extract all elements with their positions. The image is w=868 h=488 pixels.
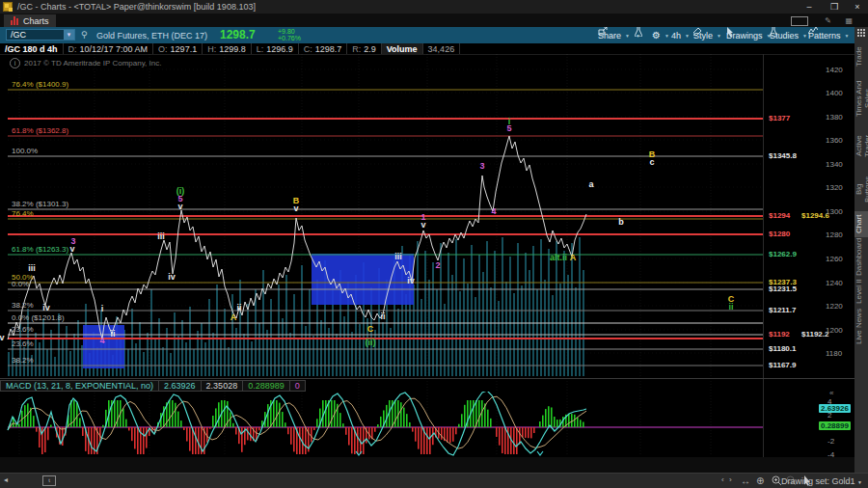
restore-button[interactable]: ❒ [826,1,843,13]
axis-divider [763,54,764,457]
share-button[interactable]: Share▼ [598,27,630,43]
pencil-icon[interactable]: ✎ [825,16,831,25]
drawing-set-selector[interactable]: Drawing set: Gold1 ▼ [781,476,862,486]
macd-header[interactable]: MACD (13, 21, 8, EXPONENTIAL, no)2.63926… [0,380,306,392]
copyright-text: 2017 © TD Ameritrade IP Company, Inc. [24,59,161,68]
price-axis-tick: 1240 [826,279,843,287]
style-button[interactable]: Style▼ [693,27,721,43]
sidebar-tab-times-and-sales[interactable]: Times And Sales [854,75,868,122]
fit-width-icon[interactable]: ↔ [741,475,750,486]
scroll-left-icon[interactable]: ◂ [4,475,8,484]
fib-level-label: 76.4% ($1400.9) [12,80,68,89]
drawings-button[interactable]: Drawings▼ [726,27,771,43]
fib-level-label: 38.2% ($1301.3) [12,200,68,208]
wave-label-ii: ii [728,302,733,312]
link-icon[interactable]: ⚲ [81,30,88,40]
wave-label-ii: ii [380,312,385,321]
timeframe-button[interactable]: 4h▼ [671,27,690,43]
style-label: Style [693,31,713,41]
grid-icon[interactable]: ▦ [845,16,853,25]
change-pct: +0.76% [278,35,301,41]
macd-study-label[interactable]: MACD (13, 21, 8, EXPONENTIAL, no) [0,380,159,392]
sidebar-tab-level-ii[interactable]: Level II [854,279,868,305]
sidebar-tab-dashboard[interactable]: Dashboard [854,240,868,276]
price-level-label: $1167.9 [769,361,796,369]
last-price: 1298.7 [220,28,256,41]
price-level-label: $1280 [769,230,790,238]
wave-label-i: i [101,304,104,313]
settings-button[interactable]: ⚙▼ [652,27,669,43]
fib-level-label: 100.0% [12,147,38,155]
studies-label: Studies [770,31,799,41]
tab-charts-label: Charts [23,16,49,26]
symbol-dropdown-caret[interactable]: ▼ [64,30,74,40]
ohlc-field-c: C:1298.7 [299,43,348,54]
macd-value-1: 2.63926 [159,380,202,392]
crosshair-icon[interactable]: ⊕ [756,475,764,486]
patterns-button[interactable]: Patterns▼ [808,27,849,43]
app-icon [3,2,13,12]
wave-label-3: 3 [479,161,484,171]
wave-label-C: C [367,324,374,334]
wave-label-v: v [69,244,74,254]
sidebar-tab-trade[interactable]: Trade [854,44,868,69]
macd-axis-tick: -2 [827,437,834,446]
fib-level-label: 23.6% [12,325,34,334]
wave-label-ii: ii [110,329,115,339]
symbol-toolbar: /GC ▼ ⚲ Gold Futures, ETH (DEC 17) 1298.… [0,27,854,43]
sidebar-tab-live-news[interactable]: Live News [854,309,868,344]
change-abs: +9.80 [278,28,301,35]
price-level-label: $1345.8 [769,151,797,160]
symbol-value: /GC [11,30,26,40]
wave-label-5: 5 [506,123,511,133]
wave-label-v: v [293,203,298,213]
ohlc-field-h: H:1299.8 [203,43,252,54]
flask-button[interactable]: ▼ [635,27,640,43]
price-axis-tick: 1360 [826,136,843,145]
symbol-input[interactable]: /GC ▼ [6,29,75,41]
wave-label-iii: iii [394,252,402,261]
macd-value-3: 0.288989 [243,380,290,392]
wave-label-iv: iv [168,272,176,282]
minimize-button[interactable]: – [800,1,818,13]
wave-label-a: a [588,179,593,189]
tab-charts[interactable]: Charts [4,14,56,27]
pan-right-icon[interactable]: › [729,475,732,484]
pan-left-icon[interactable]: ‹ [721,475,724,484]
price-change: +9.80 +0.76% [278,28,301,41]
sidebar-tab-active-trader[interactable]: Active Trader [854,126,868,166]
wave-label-v: v [177,202,182,211]
fib-level-label: 38.2% [12,301,34,310]
panel-divider[interactable] [0,378,854,379]
fib-level-label: 0.0% ($1201.8) [12,313,65,322]
close-button[interactable]: × [849,1,866,13]
fib-level-label: 61.8% ($1263.3) [12,245,68,254]
sidebar-grid-icon[interactable] [857,29,866,38]
fib-level-label: 61.8% ($1362.8) [12,126,68,135]
macd-current-value-badge: 0.28899 [819,421,851,430]
share-label: Share [598,31,621,41]
studies-button[interactable]: Studies▼ [770,27,807,43]
time-axis[interactable]: 2/62/132/273/63/134/34/104/175/15/85/155… [0,457,868,473]
price-axis-tick: 1320 [826,183,843,192]
price-axis-tick: 1340 [826,160,843,169]
wave-label-iv: iv [407,276,415,285]
panel-collapse-icon[interactable]: « [829,389,833,397]
sidebar-tab-chart[interactable]: Chart [854,211,868,237]
window-layout-icon[interactable] [791,16,808,26]
ohlc-field-d: D:10/12/17 7:00 AM [64,43,154,54]
macd-current-value-badge: 2.63926 [819,404,851,413]
price-level-label: $1211.7 [769,306,796,314]
wave-label-iv: iv [42,303,50,312]
wave-label-b: b [618,217,624,227]
timeframe-label: 4h [671,31,681,41]
copyright-note: i 2017 © TD Ameritrade IP Company, Inc. [10,58,161,68]
time-axis-settings-icon[interactable]: t [42,475,56,486]
wave-label-v: v [420,220,425,230]
sidebar-tab-big-buttons[interactable]: Big Buttons [854,171,868,208]
chart-bars-icon [11,16,19,25]
wave-label-ii: (ii) [366,338,376,347]
price-axis-tick: 1300 [826,207,843,216]
price-level-label: $1377 [769,114,790,122]
price-chart-canvas[interactable] [0,0,868,488]
